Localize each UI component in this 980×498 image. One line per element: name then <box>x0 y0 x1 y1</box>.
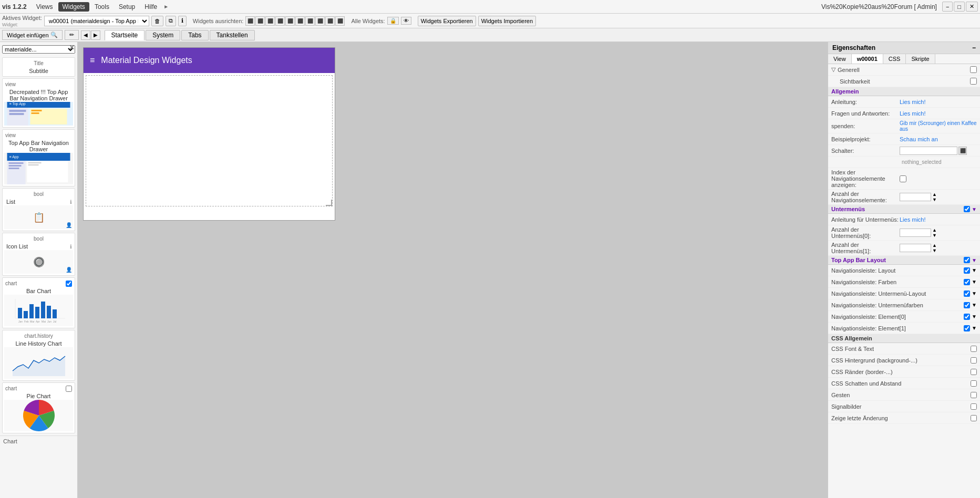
widget-select[interactable]: w00001 (materialdesign - Top App Bar Na <box>44 16 149 26</box>
widget-checkbox[interactable] <box>66 281 72 287</box>
pen-icon-button[interactable]: ✏ <box>65 30 79 40</box>
menu-tools[interactable]: Tools <box>90 2 114 12</box>
nav-layout-expand[interactable]: ▼ <box>972 267 977 274</box>
menu-more-arrow[interactable]: ► <box>163 4 169 9</box>
css-font-checkbox[interactable] <box>971 346 977 352</box>
canvas-area[interactable]: ≡ Material Design Widgets <box>78 42 828 498</box>
properties-close-icon[interactable]: − <box>972 44 976 51</box>
spinner-up[interactable]: ▲ <box>932 243 937 248</box>
nav-farben-checkbox[interactable] <box>964 279 970 285</box>
tab-tankstellen[interactable]: Tankstellen <box>210 30 255 40</box>
nav-farben-expand[interactable]: ▼ <box>972 279 977 285</box>
tab-startseite[interactable]: Startseite <box>105 30 145 40</box>
list-item[interactable]: Title Subtitle <box>2 57 75 77</box>
align-same-h[interactable]: ⬛ <box>335 16 345 26</box>
top-app-bar-collapse-icon[interactable]: ▼ <box>972 257 977 263</box>
tab-tabs[interactable]: Tabs <box>181 30 208 40</box>
list-item[interactable]: bool Icon List ℹ 🔘 👤 <box>2 233 75 276</box>
sidebar-close-icon[interactable]: ✕ <box>69 43 75 51</box>
widget-checkbox[interactable] <box>66 386 72 392</box>
list-item[interactable]: view Decrepated !!! Top App Bar Navigati… <box>2 78 75 128</box>
menu-widgets[interactable]: Widgets <box>58 2 89 12</box>
nav-element1-checkbox[interactable] <box>964 325 970 331</box>
css-hintergrund-checkbox[interactable] <box>971 357 977 364</box>
fragen-link[interactable]: Lies mich! <box>900 110 926 117</box>
widget-copy-btn[interactable]: ⧉ <box>166 16 176 26</box>
signalbilder-checkbox[interactable] <box>971 403 977 410</box>
spinner-down[interactable]: ▼ <box>932 197 937 202</box>
schalter-icon-btn[interactable]: ⬛ <box>958 147 967 155</box>
lock-button[interactable]: 🔒 <box>387 17 399 25</box>
visibility-button[interactable]: 👁 <box>401 17 411 25</box>
align-right[interactable]: ⬛ <box>265 16 275 26</box>
menu-views[interactable]: Views <box>32 2 57 12</box>
schalter-input[interactable]: nothing_selected <box>900 147 957 155</box>
gesten-checkbox[interactable] <box>971 392 977 398</box>
resize-handle[interactable] <box>326 200 332 206</box>
align-dist-v[interactable]: ⬛ <box>315 16 325 26</box>
spinner-down[interactable]: ▼ <box>932 233 937 238</box>
widget-delete-btn[interactable]: 🗑 <box>151 16 163 26</box>
list-item[interactable]: chart Bar Chart <box>2 277 75 328</box>
untermenu-checkbox[interactable] <box>964 206 970 212</box>
nav-untermenu-farben-checkbox[interactable] <box>964 302 970 308</box>
generell-checkbox[interactable] <box>970 66 977 73</box>
zeige-letzte-checkbox[interactable] <box>971 415 977 421</box>
nav-untermenu-layout-expand[interactable]: ▼ <box>972 290 977 297</box>
sidebar-category-dropdown[interactable]: materialde... <box>2 45 75 54</box>
list-item[interactable]: view Top App Bar Navigation Drawer ≡ App <box>2 129 75 186</box>
css-schatten-checkbox[interactable] <box>971 380 977 387</box>
anleitung-link[interactable]: Lies mich! <box>900 99 926 105</box>
list-item[interactable]: chart.history Line History Chart <box>2 330 75 381</box>
anzahl-unter0-input[interactable]: 2 <box>900 229 931 237</box>
menu-setup[interactable]: Setup <box>115 2 139 12</box>
index-nav-checkbox[interactable] <box>900 175 906 182</box>
nav-element1-expand[interactable]: ▼ <box>972 325 977 331</box>
nav-back[interactable]: ◀ <box>81 30 90 40</box>
export-button[interactable]: Widgets Exportieren <box>418 16 476 26</box>
nav-untermenu-farben-expand[interactable]: ▼ <box>972 302 977 308</box>
align-center-h[interactable]: ⬛ <box>255 16 265 26</box>
align-top[interactable]: ⬛ <box>275 16 285 26</box>
spinner-up[interactable]: ▲ <box>932 192 937 197</box>
align-same-w[interactable]: ⬛ <box>325 16 335 26</box>
hamburger-icon[interactable]: ≡ <box>90 56 95 65</box>
tab-css[interactable]: CSS <box>883 54 906 64</box>
align-dist-h[interactable]: ⬛ <box>305 16 315 26</box>
anzahl-unter1-input[interactable]: 2 <box>900 244 931 252</box>
import-button[interactable]: Widgets Importieren <box>478 16 536 26</box>
canvas-content-area <box>86 75 333 206</box>
window-maximize[interactable]: □ <box>954 2 965 12</box>
untermenu-anleitung-link[interactable]: Lies mich! <box>900 216 926 223</box>
spinner-down[interactable]: ▼ <box>932 248 937 253</box>
nav-element0-expand[interactable]: ▼ <box>972 314 977 320</box>
css-raender-checkbox[interactable] <box>971 369 977 375</box>
generell-label: Generell <box>838 67 906 73</box>
tab-system[interactable]: System <box>146 30 180 40</box>
sichtbarkeit-checkbox[interactable] <box>970 78 977 85</box>
tab-skripte[interactable]: Skripte <box>906 54 935 64</box>
nav-element0-checkbox[interactable] <box>964 314 970 320</box>
window-minimize[interactable]: − <box>942 2 953 12</box>
menu-hilfe[interactable]: Hilfe <box>140 2 161 12</box>
tab-w00001[interactable]: w00001 <box>852 54 883 64</box>
align-bottom[interactable]: ⬛ <box>295 16 305 26</box>
untermenu-section-header: Untermenüs ▼ <box>828 205 980 214</box>
top-app-bar-checkbox[interactable] <box>964 257 970 263</box>
spenden-link[interactable]: Gib mir (Scrounger) einen Kaffee aus <box>900 120 977 132</box>
list-item[interactable]: chart Pie Chart <box>2 382 75 433</box>
nav-forward[interactable]: ▶ <box>91 30 100 40</box>
untermenu-collapse-icon[interactable]: ▼ <box>972 206 977 212</box>
beispielprojekt-link[interactable]: Schau mich an <box>900 136 938 142</box>
align-center-v[interactable]: ⬛ <box>285 16 295 26</box>
spinner-up[interactable]: ▲ <box>932 227 937 233</box>
list-item[interactable]: bool List ℹ 📋 👤 <box>2 188 75 231</box>
window-close[interactable]: ✕ <box>966 2 978 12</box>
align-left[interactable]: ⬛ <box>245 16 255 26</box>
tab-view[interactable]: View <box>828 54 852 64</box>
widget-info-btn[interactable]: ℹ <box>178 16 187 26</box>
insert-widget-button[interactable]: Widget einfügen 🔍 <box>2 30 63 40</box>
anzahl-nav-input[interactable]: 1 <box>900 193 931 201</box>
nav-layout-checkbox[interactable] <box>964 267 970 274</box>
nav-untermenu-layout-checkbox[interactable] <box>964 290 970 297</box>
